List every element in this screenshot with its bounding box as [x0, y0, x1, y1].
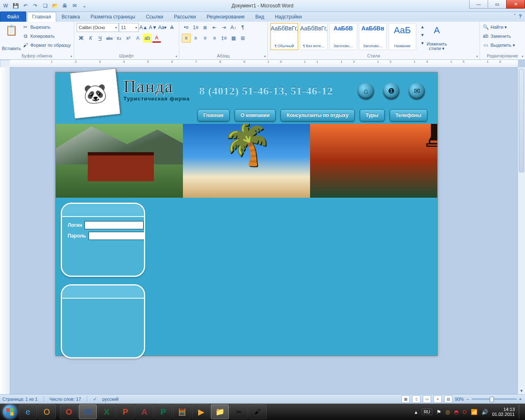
- qat-mail-icon[interactable]: ✉: [71, 2, 79, 10]
- taskbar-excel[interactable]: X: [98, 404, 116, 419]
- sort-button[interactable]: A↓: [229, 23, 238, 32]
- tray-volume-icon[interactable]: 🔊: [482, 409, 488, 415]
- style-normal[interactable]: АаБбВвГг,¶ Обычный: [270, 23, 298, 50]
- tray-app-icon[interactable]: ◎: [445, 409, 450, 415]
- taskbar-player[interactable]: ▶: [192, 404, 210, 419]
- style-nospacing[interactable]: АаБбВвГг,¶ Без инте…: [300, 23, 328, 50]
- vertical-scrollbar[interactable]: ▲ ▼: [518, 67, 525, 394]
- tab-mailings[interactable]: Рассылки: [169, 12, 201, 22]
- login-input[interactable]: [84, 221, 144, 229]
- taskbar-paint[interactable]: 🖌: [249, 404, 267, 419]
- align-left-button[interactable]: ≡: [182, 34, 191, 43]
- qat-new-icon[interactable]: ❏: [41, 2, 49, 10]
- horizontal-ruler[interactable]: 1 2 3 4 5 6 7 8 9 10 11 12 13 14 15 16 1…: [10, 60, 518, 68]
- word-app-icon[interactable]: W: [2, 2, 10, 10]
- window-maximize-button[interactable]: ▭: [488, 0, 507, 9]
- strike-button[interactable]: abc: [105, 34, 114, 43]
- scroll-thumb[interactable]: [519, 69, 524, 172]
- document-page[interactable]: 🐼 Панда Туристическая фирма 8 (4012) 51-…: [55, 72, 438, 356]
- start-button[interactable]: [2, 404, 18, 420]
- grow-font-button[interactable]: A▲: [139, 23, 148, 32]
- view-fullscreen[interactable]: ▯: [412, 395, 420, 403]
- taskbar-access[interactable]: A: [135, 404, 153, 419]
- style-heading1[interactable]: АаБбВЗаголово…: [329, 23, 357, 50]
- tray-flag-icon[interactable]: ⚑: [436, 409, 441, 415]
- font-name-combo[interactable]: Calibri (Осно: [77, 23, 119, 32]
- vertical-ruler[interactable]: [0, 67, 10, 394]
- tab-review[interactable]: Рецензирование: [201, 12, 250, 22]
- view-print-layout[interactable]: ▦: [402, 395, 410, 403]
- font-size-combo[interactable]: 11: [119, 23, 139, 32]
- window-minimize-button[interactable]: —: [469, 0, 488, 9]
- font-color-button[interactable]: A: [152, 34, 161, 43]
- shading-button[interactable]: ▦: [229, 34, 238, 43]
- view-outline[interactable]: ≡: [434, 395, 442, 403]
- taskbar-explorer[interactable]: 📁: [211, 404, 229, 419]
- tray-show-hidden-icon[interactable]: ▴: [415, 409, 418, 415]
- tab-view[interactable]: Вид: [250, 12, 269, 22]
- tray-network-icon[interactable]: 📶: [471, 409, 477, 415]
- indent-dec-button[interactable]: ⇤: [210, 23, 219, 32]
- align-center-button[interactable]: ≡: [191, 34, 200, 43]
- tray-language[interactable]: RU: [422, 409, 432, 415]
- cut-button[interactable]: ✂Вырезать: [22, 23, 71, 31]
- select-button[interactable]: ▭Выделить ▾: [482, 41, 515, 49]
- taskbar-opera[interactable]: O: [60, 404, 78, 419]
- text-effects-button[interactable]: A: [133, 34, 142, 43]
- taskbar-ie[interactable]: e: [19, 404, 37, 419]
- ribbon-minimize-icon[interactable]: ˇ: [514, 14, 516, 19]
- format-painter-button[interactable]: 🖌Формат по образцу: [22, 41, 71, 49]
- change-styles-button[interactable]: A Изменить стили ▾: [425, 23, 448, 52]
- style-title[interactable]: АаБНазвание: [388, 23, 416, 50]
- qat-undo-icon[interactable]: ↶: [21, 2, 30, 10]
- window-close-button[interactable]: ✕: [506, 0, 525, 9]
- tab-file[interactable]: Файл: [0, 11, 26, 22]
- multilevel-button[interactable]: ≣: [201, 23, 210, 32]
- tab-home[interactable]: Главная: [27, 12, 57, 22]
- replace-button[interactable]: abЗаменить: [482, 32, 515, 40]
- bullets-button[interactable]: •≡: [182, 23, 191, 32]
- italic-button[interactable]: К: [86, 34, 95, 43]
- tab-addins[interactable]: Надстройки: [269, 12, 307, 22]
- status-language[interactable]: русский: [103, 397, 119, 402]
- ruler-corner[interactable]: [0, 60, 11, 68]
- qat-open-icon[interactable]: 📂: [51, 2, 59, 10]
- numbering-button[interactable]: 1≡: [191, 23, 200, 32]
- bold-button[interactable]: Ж: [77, 34, 86, 43]
- underline-button[interactable]: Ч: [96, 34, 105, 43]
- show-marks-button[interactable]: ¶: [238, 23, 247, 32]
- find-button[interactable]: 🔍Найти ▾: [482, 23, 515, 31]
- tray-clock[interactable]: 14:13 01.02.2011: [492, 407, 515, 417]
- help-icon[interactable]: ?: [519, 14, 522, 19]
- tray-security-icon[interactable]: ◓: [454, 409, 459, 415]
- paste-button[interactable]: 📋 Вставить: [2, 23, 21, 52]
- status-zoom[interactable]: 90%: [455, 397, 464, 402]
- view-draft[interactable]: ▤: [444, 395, 452, 403]
- highlight-button[interactable]: ab: [143, 34, 152, 43]
- qat-save-icon[interactable]: 💾: [11, 2, 20, 10]
- tab-page-layout[interactable]: Разметка страницы: [85, 12, 141, 22]
- qat-customize-icon[interactable]: ⌄: [80, 2, 89, 10]
- zoom-slider[interactable]: [472, 398, 517, 400]
- clear-format-button[interactable]: A̶: [167, 23, 176, 32]
- password-input[interactable]: [89, 232, 145, 240]
- taskbar-snip[interactable]: ✂: [230, 404, 248, 419]
- shrink-font-button[interactable]: A▼: [148, 23, 158, 32]
- status-proof-icon[interactable]: ✓: [93, 397, 97, 402]
- align-right-button[interactable]: ≡: [201, 34, 210, 43]
- subscript-button[interactable]: x₂: [114, 34, 123, 43]
- copy-button[interactable]: ⧉Копировать: [22, 32, 71, 40]
- taskbar-calc[interactable]: 🧮: [173, 404, 191, 419]
- line-spacing-button[interactable]: ‡≡: [219, 34, 228, 43]
- scroll-down-icon[interactable]: ▼: [518, 387, 525, 394]
- indent-inc-button[interactable]: ⇥: [219, 23, 228, 32]
- qat-print-icon[interactable]: 🖶: [61, 2, 69, 10]
- status-words[interactable]: Число слов: 17: [50, 397, 81, 402]
- superscript-button[interactable]: x²: [124, 34, 133, 43]
- taskbar-powerpoint[interactable]: P: [116, 404, 135, 419]
- zoom-in-button[interactable]: +: [519, 397, 522, 402]
- zoom-out-button[interactable]: −: [466, 397, 469, 402]
- style-heading2[interactable]: АаБбВвЗаголово…: [359, 23, 387, 50]
- view-web[interactable]: ▭: [423, 395, 431, 403]
- status-page[interactable]: Страница: 1 из 1: [2, 397, 38, 402]
